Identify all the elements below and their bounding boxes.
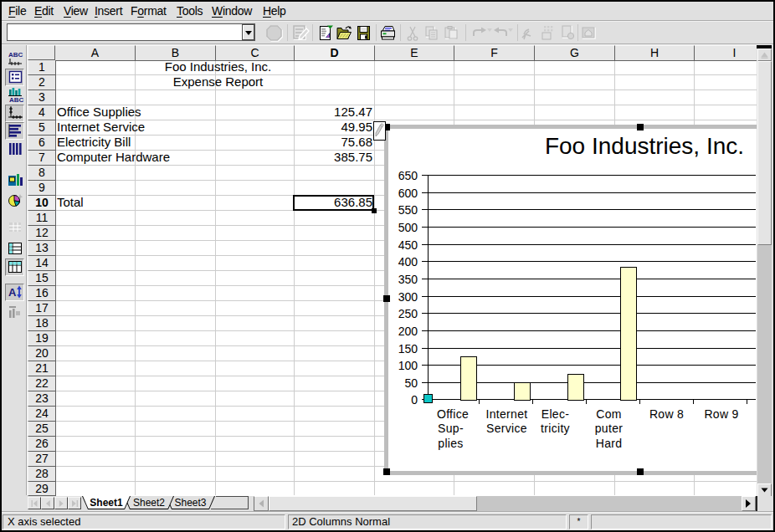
svg-text:450: 450 — [398, 238, 418, 252]
svg-text:150: 150 — [398, 342, 418, 356]
svg-text:300: 300 — [398, 290, 418, 304]
svg-text:650: 650 — [398, 169, 418, 182]
svg-text:puter: puter — [595, 422, 623, 435]
svg-text:550: 550 — [398, 203, 418, 217]
svg-text:Office: Office — [437, 407, 469, 421]
svg-text:600: 600 — [398, 187, 418, 200]
svg-text:400: 400 — [398, 255, 418, 269]
svg-text:ABC: ABC — [8, 51, 23, 59]
svg-text:250: 250 — [398, 307, 418, 320]
svg-text:plies: plies — [438, 437, 463, 450]
svg-text:200: 200 — [398, 325, 418, 338]
svg-text:350: 350 — [398, 273, 418, 286]
svg-text:Row 8: Row 8 — [649, 407, 684, 421]
svg-text:Row 9: Row 9 — [704, 407, 738, 421]
svg-text:500: 500 — [398, 221, 418, 234]
svg-text:50: 50 — [404, 376, 418, 390]
svg-text:100: 100 — [398, 359, 418, 372]
svg-text:Hard: Hard — [596, 437, 623, 450]
svg-text:A: A — [8, 286, 17, 299]
svg-text:Internet: Internet — [486, 407, 528, 421]
svg-text:Service: Service — [486, 422, 527, 435]
svg-text:Elec-: Elec- — [541, 407, 569, 421]
svg-text:ABC: ABC — [9, 96, 24, 103]
svg-text:Sup-: Sup- — [438, 422, 464, 435]
svg-text:tricity: tricity — [541, 422, 570, 435]
svg-text:Foo Industries, Inc.: Foo Industries, Inc. — [545, 133, 744, 159]
svg-text:0: 0 — [411, 393, 418, 407]
svg-text:Com: Com — [596, 407, 621, 421]
